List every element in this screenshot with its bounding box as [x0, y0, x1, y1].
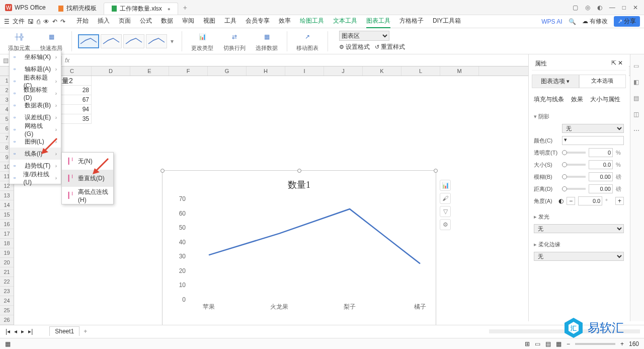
add-element-button[interactable]: ┼╬ 添加元素 — [5, 30, 33, 52]
glow-section[interactable]: 发光 — [532, 211, 626, 223]
dd-item-data-table[interactable]: ▫数据表(B)› — [10, 99, 61, 111]
panel-icon[interactable]: ▢ — [573, 4, 578, 11]
zoom-in-icon[interactable]: + — [620, 340, 624, 347]
sheet-tab[interactable]: Sheet1 — [49, 326, 79, 336]
calc-icon[interactable]: ⊞ — [525, 340, 530, 347]
row-head[interactable]: 20 — [0, 258, 14, 267]
print-icon[interactable]: ⎙ — [37, 18, 40, 25]
shadow-color[interactable]: ▾ — [562, 136, 624, 145]
props-tab-text[interactable]: 文本选项 — [579, 75, 626, 88]
share-button[interactable]: ↗ 分享 — [614, 16, 640, 27]
row-head[interactable]: 25 — [0, 306, 14, 315]
set-format-button[interactable]: ⚙ 设置格式 — [339, 43, 370, 51]
add-sheet-button[interactable]: + — [79, 328, 91, 335]
col-head[interactable]: F — [169, 66, 208, 76]
tool-layers-icon[interactable]: ▤ — [633, 95, 641, 103]
size-input[interactable] — [589, 160, 613, 169]
file-menu[interactable]: 文件 — [13, 17, 25, 26]
size-slider[interactable] — [562, 164, 586, 166]
row-head[interactable]: 16 — [0, 220, 14, 229]
menu-tab-DIY工具箱[interactable]: DIY工具箱 — [433, 15, 461, 28]
view-normal-icon[interactable]: ▭ — [535, 340, 540, 347]
zoom-slider[interactable] — [575, 343, 615, 345]
fx-icon[interactable]: fx — [65, 57, 69, 64]
view-page-icon[interactable]: ▤ — [545, 340, 551, 347]
angle-minus[interactable]: − — [567, 197, 575, 205]
row-head[interactable]: 26 — [0, 315, 14, 325]
row-head[interactable]: 15 — [0, 210, 14, 220]
subtab-effects[interactable]: 效果 — [571, 95, 583, 104]
chart-title[interactable]: 数量1 — [163, 171, 436, 191]
chart-style-3[interactable] — [123, 34, 144, 48]
switch-rc-button[interactable]: ⇄切换行列 — [220, 30, 249, 52]
collapse-icon[interactable]: ▤ — [3, 57, 9, 64]
blur-input[interactable] — [589, 172, 613, 181]
chart-elements-icon[interactable]: 📊 — [440, 180, 451, 191]
col-head[interactable]: G — [208, 66, 247, 76]
col-head[interactable]: M — [440, 66, 479, 76]
soft-edges-section[interactable]: 柔化边缘 — [532, 239, 626, 250]
col-head[interactable]: K — [363, 66, 401, 76]
menu-tab-公式[interactable]: 公式 — [140, 15, 152, 28]
tool-select-icon[interactable]: ▭ — [633, 62, 641, 71]
preview-icon[interactable]: 👁 — [43, 18, 49, 25]
sheet-nav[interactable]: |◂◂▸▸| — [4, 328, 34, 335]
row-head[interactable]: 24 — [0, 296, 14, 306]
menu-tab-文本工具[interactable]: 文本工具 — [333, 15, 357, 28]
menu-tab-页面[interactable]: 页面 — [119, 15, 131, 28]
menu-tab-视图[interactable]: 视图 — [203, 15, 215, 28]
menu-tab-方格格子[interactable]: 方格格子 — [399, 15, 424, 28]
row-head[interactable]: 18 — [0, 239, 14, 248]
tool-more-icon[interactable]: ⋯ — [633, 127, 641, 135]
tool-chart-icon[interactable]: ◫ — [633, 111, 641, 119]
row-head[interactable]: 14 — [0, 200, 14, 210]
move-chart-button[interactable]: ↗移动图表 — [293, 30, 321, 52]
chart-style-4[interactable] — [146, 34, 167, 48]
menu-tab-绘图工具[interactable]: 绘图工具 — [300, 15, 324, 28]
shadow-section[interactable]: 阴影 — [532, 111, 626, 122]
subtab-size[interactable]: 大小与属性 — [590, 95, 620, 104]
maximize-icon[interactable]: □ — [622, 4, 626, 11]
globe-icon[interactable]: ◎ — [585, 4, 590, 11]
col-head[interactable]: D — [92, 66, 130, 76]
props-close-icon[interactable]: ✕ — [618, 59, 623, 66]
dd-item-updown[interactable]: ▫涨/跌柱线(U)› — [10, 172, 61, 184]
undo-icon[interactable]: ↶ — [52, 18, 57, 25]
menu-tab-插入[interactable]: 插入 — [98, 15, 110, 28]
view-break-icon[interactable]: ▦ — [556, 340, 561, 347]
menu-icon[interactable]: ☰ — [4, 18, 10, 25]
submenu-item[interactable]: ┃╵高低点连线(H) — [62, 187, 113, 204]
dd-item-gridlines[interactable]: ▫网格线(G)› — [10, 123, 61, 135]
subtab-fill[interactable]: 填充与线条 — [534, 95, 564, 104]
change-type-button[interactable]: 📊更改类型 — [188, 30, 216, 52]
soft-preset[interactable]: 无 — [534, 252, 624, 261]
chart-settings-icon[interactable]: ⚙ — [440, 219, 451, 230]
new-tab-button[interactable]: + — [178, 4, 192, 12]
reset-style-button[interactable]: ↺ 重置样式 — [375, 43, 405, 51]
chart-style-1[interactable] — [78, 34, 99, 48]
tool-style-icon[interactable]: ◧ — [633, 79, 641, 87]
row-head[interactable]: 23 — [0, 287, 14, 296]
row-head[interactable]: 21 — [0, 267, 14, 277]
col-head[interactable]: L — [401, 66, 440, 76]
col-head[interactable]: I — [285, 66, 324, 76]
distance-slider[interactable] — [562, 188, 586, 190]
tab-templates[interactable]: 找稻壳模板 — [51, 3, 104, 15]
chart-filter-icon[interactable]: ▽ — [440, 206, 451, 217]
save-icon[interactable]: 🖫 — [28, 18, 34, 25]
minimize-icon[interactable]: — — [609, 4, 615, 11]
col-head[interactable]: E — [130, 66, 169, 76]
transparency-slider[interactable] — [562, 152, 586, 154]
chart-object[interactable]: 数量1 010203040506070苹果火龙果梨子橘子 数量1 📊 🖌 ▽ ⚙ — [162, 170, 436, 330]
menu-tab-工具[interactable]: 工具 — [224, 15, 236, 28]
row-head[interactable]: 13 — [0, 191, 14, 200]
row-head[interactable]: 22 — [0, 277, 14, 287]
chart-style-2[interactable] — [101, 34, 122, 48]
chart-area-select[interactable]: 图表区 — [339, 31, 389, 41]
menu-tab-图表工具[interactable]: 图表工具 — [366, 15, 390, 28]
zoom-out-icon[interactable]: − — [567, 340, 570, 347]
transparency-input[interactable] — [589, 148, 613, 157]
angle-input[interactable] — [578, 196, 602, 205]
angle-dial[interactable]: ◐ — [558, 197, 564, 204]
view-icon[interactable]: ▦ — [5, 340, 11, 347]
